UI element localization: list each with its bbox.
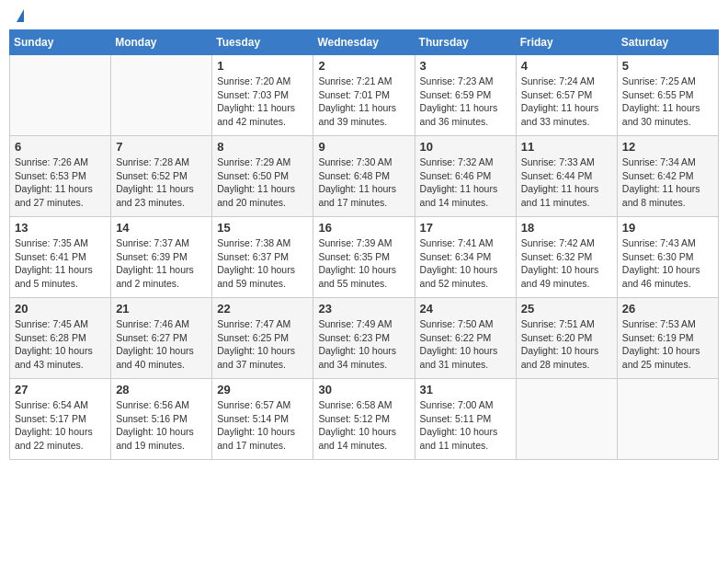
day-number: 16 [318, 221, 409, 235]
day-info: Sunrise: 7:38 AM Sunset: 6:37 PM Dayligh… [217, 236, 308, 291]
day-number: 11 [521, 140, 612, 154]
calendar-cell: 4Sunrise: 7:24 AM Sunset: 6:57 PM Daylig… [516, 55, 617, 136]
day-info: Sunrise: 7:35 AM Sunset: 6:41 PM Dayligh… [15, 236, 106, 291]
calendar-cell: 23Sunrise: 7:49 AM Sunset: 6:23 PM Dayli… [313, 298, 415, 379]
calendar-cell: 2Sunrise: 7:21 AM Sunset: 7:01 PM Daylig… [313, 55, 415, 136]
calendar-cell: 27Sunrise: 6:54 AM Sunset: 5:17 PM Dayli… [10, 379, 111, 460]
calendar-cell: 31Sunrise: 7:00 AM Sunset: 5:11 PM Dayli… [415, 379, 516, 460]
calendar-week-4: 20Sunrise: 7:45 AM Sunset: 6:28 PM Dayli… [10, 298, 719, 379]
day-number: 18 [521, 221, 612, 235]
day-number: 28 [116, 383, 207, 396]
calendar-week-1: 1Sunrise: 7:20 AM Sunset: 7:03 PM Daylig… [10, 55, 719, 136]
calendar-cell [617, 379, 718, 460]
calendar-cell: 18Sunrise: 7:42 AM Sunset: 6:32 PM Dayli… [516, 217, 617, 298]
day-info: Sunrise: 6:56 AM Sunset: 5:16 PM Dayligh… [116, 398, 207, 453]
weekday-header-monday: Monday [111, 30, 212, 55]
calendar-week-3: 13Sunrise: 7:35 AM Sunset: 6:41 PM Dayli… [10, 217, 719, 298]
day-info: Sunrise: 7:28 AM Sunset: 6:52 PM Dayligh… [116, 155, 207, 210]
day-info: Sunrise: 7:26 AM Sunset: 6:53 PM Dayligh… [15, 155, 106, 210]
day-info: Sunrise: 7:45 AM Sunset: 6:28 PM Dayligh… [15, 317, 106, 372]
calendar-cell: 19Sunrise: 7:43 AM Sunset: 6:30 PM Dayli… [617, 217, 718, 298]
calendar-body: 1Sunrise: 7:20 AM Sunset: 7:03 PM Daylig… [10, 55, 719, 460]
calendar-cell: 26Sunrise: 7:53 AM Sunset: 6:19 PM Dayli… [617, 298, 718, 379]
day-number: 7 [116, 140, 207, 154]
day-number: 19 [622, 221, 713, 235]
day-number: 21 [116, 302, 207, 316]
day-number: 9 [318, 140, 409, 154]
day-number: 30 [318, 383, 409, 396]
day-info: Sunrise: 7:34 AM Sunset: 6:42 PM Dayligh… [622, 155, 713, 210]
day-info: Sunrise: 7:41 AM Sunset: 6:34 PM Dayligh… [420, 236, 511, 291]
day-info: Sunrise: 7:33 AM Sunset: 6:44 PM Dayligh… [521, 155, 612, 210]
day-number: 17 [420, 221, 511, 235]
day-number: 4 [521, 59, 612, 73]
day-info: Sunrise: 7:25 AM Sunset: 6:55 PM Dayligh… [622, 75, 713, 129]
weekday-header-friday: Friday [516, 30, 617, 55]
calendar-cell: 5Sunrise: 7:25 AM Sunset: 6:55 PM Daylig… [617, 55, 718, 136]
calendar-cell: 14Sunrise: 7:37 AM Sunset: 6:39 PM Dayli… [111, 217, 212, 298]
day-number: 15 [217, 221, 308, 235]
calendar-cell: 6Sunrise: 7:26 AM Sunset: 6:53 PM Daylig… [10, 136, 111, 217]
day-info: Sunrise: 7:21 AM Sunset: 7:01 PM Dayligh… [318, 75, 409, 129]
day-info: Sunrise: 7:24 AM Sunset: 6:57 PM Dayligh… [521, 75, 612, 129]
day-number: 22 [217, 302, 308, 316]
calendar-cell: 9Sunrise: 7:30 AM Sunset: 6:48 PM Daylig… [313, 136, 415, 217]
day-info: Sunrise: 7:23 AM Sunset: 6:59 PM Dayligh… [420, 75, 511, 129]
day-info: Sunrise: 7:50 AM Sunset: 6:22 PM Dayligh… [420, 317, 511, 372]
day-number: 25 [521, 302, 612, 316]
calendar-week-5: 27Sunrise: 6:54 AM Sunset: 5:17 PM Dayli… [10, 379, 719, 460]
day-number: 13 [15, 221, 106, 235]
weekday-header-saturday: Saturday [617, 30, 718, 55]
calendar-cell: 16Sunrise: 7:39 AM Sunset: 6:35 PM Dayli… [313, 217, 415, 298]
weekday-header-wednesday: Wednesday [313, 30, 415, 55]
calendar-cell: 8Sunrise: 7:29 AM Sunset: 6:50 PM Daylig… [212, 136, 313, 217]
day-info: Sunrise: 7:43 AM Sunset: 6:30 PM Dayligh… [622, 236, 713, 291]
day-number: 2 [318, 59, 409, 73]
calendar-cell [10, 55, 111, 136]
calendar-cell: 22Sunrise: 7:47 AM Sunset: 6:25 PM Dayli… [212, 298, 313, 379]
calendar-cell: 24Sunrise: 7:50 AM Sunset: 6:22 PM Dayli… [415, 298, 516, 379]
day-info: Sunrise: 6:54 AM Sunset: 5:17 PM Dayligh… [15, 398, 106, 453]
day-number: 14 [116, 221, 207, 235]
calendar-cell: 7Sunrise: 7:28 AM Sunset: 6:52 PM Daylig… [111, 136, 212, 217]
day-number: 6 [15, 140, 106, 154]
day-info: Sunrise: 6:58 AM Sunset: 5:12 PM Dayligh… [318, 398, 409, 453]
day-number: 8 [217, 140, 308, 154]
day-number: 31 [420, 383, 511, 396]
calendar-cell: 10Sunrise: 7:32 AM Sunset: 6:46 PM Dayli… [415, 136, 516, 217]
calendar-cell: 20Sunrise: 7:45 AM Sunset: 6:28 PM Dayli… [10, 298, 111, 379]
day-number: 5 [622, 59, 713, 73]
calendar-cell: 25Sunrise: 7:51 AM Sunset: 6:20 PM Dayli… [516, 298, 617, 379]
day-number: 10 [420, 140, 511, 154]
calendar-week-2: 6Sunrise: 7:26 AM Sunset: 6:53 PM Daylig… [10, 136, 719, 217]
calendar-cell [516, 379, 617, 460]
day-info: Sunrise: 7:42 AM Sunset: 6:32 PM Dayligh… [521, 236, 612, 291]
calendar-cell: 21Sunrise: 7:46 AM Sunset: 6:27 PM Dayli… [111, 298, 212, 379]
day-info: Sunrise: 7:20 AM Sunset: 7:03 PM Dayligh… [217, 75, 308, 129]
calendar-cell: 28Sunrise: 6:56 AM Sunset: 5:16 PM Dayli… [111, 379, 212, 460]
calendar-cell: 17Sunrise: 7:41 AM Sunset: 6:34 PM Dayli… [415, 217, 516, 298]
logo-blue-text [13, 9, 24, 22]
calendar-table: SundayMondayTuesdayWednesdayThursdayFrid… [9, 29, 719, 460]
calendar-cell: 30Sunrise: 6:58 AM Sunset: 5:12 PM Dayli… [313, 379, 415, 460]
day-number: 12 [622, 140, 713, 154]
calendar-cell: 29Sunrise: 6:57 AM Sunset: 5:14 PM Dayli… [212, 379, 313, 460]
logo-triangle-icon [17, 9, 24, 22]
logo [13, 9, 24, 22]
day-info: Sunrise: 6:57 AM Sunset: 5:14 PM Dayligh… [217, 398, 308, 453]
weekday-header-thursday: Thursday [415, 30, 516, 55]
calendar-cell: 11Sunrise: 7:33 AM Sunset: 6:44 PM Dayli… [516, 136, 617, 217]
day-info: Sunrise: 7:30 AM Sunset: 6:48 PM Dayligh… [318, 155, 409, 210]
day-info: Sunrise: 7:49 AM Sunset: 6:23 PM Dayligh… [318, 317, 409, 372]
day-info: Sunrise: 7:51 AM Sunset: 6:20 PM Dayligh… [521, 317, 612, 372]
calendar-cell: 15Sunrise: 7:38 AM Sunset: 6:37 PM Dayli… [212, 217, 313, 298]
day-number: 3 [420, 59, 511, 73]
day-number: 26 [622, 302, 713, 316]
day-info: Sunrise: 7:47 AM Sunset: 6:25 PM Dayligh… [217, 317, 308, 372]
calendar-cell: 12Sunrise: 7:34 AM Sunset: 6:42 PM Dayli… [617, 136, 718, 217]
day-number: 29 [217, 383, 308, 396]
day-info: Sunrise: 7:29 AM Sunset: 6:50 PM Dayligh… [217, 155, 308, 210]
calendar-cell: 13Sunrise: 7:35 AM Sunset: 6:41 PM Dayli… [10, 217, 111, 298]
calendar-cell [111, 55, 212, 136]
day-number: 27 [15, 383, 106, 396]
